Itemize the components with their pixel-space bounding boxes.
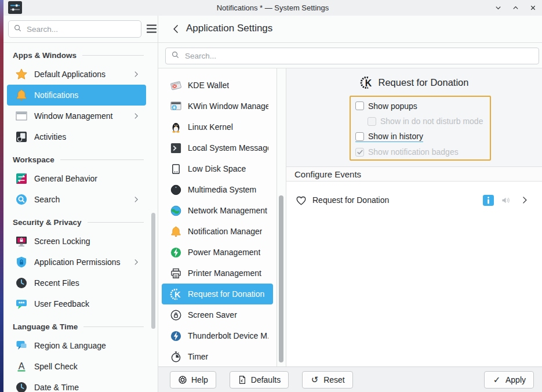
thunderbolt-icon xyxy=(170,330,182,342)
button-label: Defaults xyxy=(251,375,281,384)
app-list-item-label: Low Disk Space xyxy=(188,164,246,173)
sidebar-search[interactable] xyxy=(8,20,141,38)
sidebar-item-label: Default Applications xyxy=(34,70,126,79)
search-icon xyxy=(13,24,22,35)
configure-events-label: Configure Events xyxy=(294,169,361,179)
multimedia-icon xyxy=(170,184,182,196)
sidebar-scrollbar[interactable] xyxy=(151,213,155,329)
system-settings-window: Notifications * — System Settings Applic… xyxy=(0,0,542,392)
app-list-item-thunderbolt-device-m-[interactable]: Thunderbolt Device M... xyxy=(162,325,273,346)
app-list-item-low-disk-space[interactable]: Low Disk Space xyxy=(162,158,273,179)
disk-icon xyxy=(170,163,182,175)
highlighted-options-group: Show popupsShow in do not disturb modeSh… xyxy=(350,96,491,161)
app-list-item-label: Thunderbolt Device M... xyxy=(188,331,268,340)
sidebar-item-label: Date & Time xyxy=(34,383,140,392)
sidebar-item-default-applications[interactable]: Default Applications xyxy=(7,64,146,85)
back-icon[interactable] xyxy=(171,24,181,34)
sidebar-section-header: Language & Time xyxy=(3,318,150,335)
checkbox-row-show-popups: Show popups xyxy=(355,99,490,114)
heart-icon xyxy=(295,194,307,206)
app-list-item-request-for-donation[interactable]: KRequest for Donation xyxy=(162,284,273,304)
app-list-item-power-management[interactable]: Power Management xyxy=(162,242,273,263)
reset-button[interactable]: ↺Reset xyxy=(302,371,353,389)
checkbox xyxy=(355,148,364,157)
speaker-icon[interactable] xyxy=(500,195,511,206)
content-search[interactable] xyxy=(165,48,539,64)
checkbox-label: Show notification badges xyxy=(368,147,459,157)
app-list-item-label: Local System Message ... xyxy=(188,143,268,153)
app-list-item-screen-saver[interactable]: Screen Saver xyxy=(162,304,273,325)
top-toolbar: Application Settings xyxy=(3,16,542,43)
app-list-item-notification-manager[interactable]: Notification Manager xyxy=(162,221,273,242)
activities-icon xyxy=(15,130,28,143)
sidebar-item-user-feedback[interactable]: ***User Feedback xyxy=(7,293,146,314)
reset-icon: ↺ xyxy=(310,375,319,384)
kwin-icon xyxy=(170,100,182,112)
checkbox xyxy=(368,117,376,126)
sidebar-item-spell-check[interactable]: ASpell Check xyxy=(7,356,146,377)
help-button[interactable]: Help xyxy=(170,371,216,389)
sidebar-search-input[interactable] xyxy=(26,24,136,34)
minimize-button[interactable] xyxy=(493,3,503,13)
page-title: Application Settings xyxy=(186,23,272,34)
apply-button[interactable]: ✓Apply xyxy=(484,371,534,389)
defaults-button[interactable]: Defaults xyxy=(230,371,289,389)
app-list-item-linux-kernel[interactable]: Linux Kernel xyxy=(162,117,273,137)
checkbox[interactable] xyxy=(355,132,364,141)
sidebar-item-search[interactable]: Search xyxy=(7,189,146,210)
sidebar-item-date-time[interactable]: Date & Time xyxy=(7,377,146,392)
event-label: Request for Donation xyxy=(312,195,478,205)
section-label: Security & Privacy xyxy=(13,218,82,227)
section-label: Workspace xyxy=(13,155,54,164)
sidebar-item-activities[interactable]: Activities xyxy=(7,126,146,147)
detail-pane: K Request for Donation Show popupsShow i… xyxy=(286,68,542,366)
defaults-icon xyxy=(238,375,247,384)
bell-icon xyxy=(170,226,182,238)
checkbox-row-show-in-history: Show in history xyxy=(355,129,490,145)
sidebar-item-label: Search xyxy=(34,195,126,204)
power-icon xyxy=(170,246,182,259)
svg-text:K: K xyxy=(174,290,181,299)
maximize-button[interactable] xyxy=(511,3,520,13)
sidebar-item-notifications[interactable]: Notifications xyxy=(7,85,146,106)
checkbox-row-show-notification-badges: Show notification badges xyxy=(355,145,490,161)
sidebar-item-general-behavior[interactable]: General Behavior xyxy=(7,168,146,189)
app-list-item-printer-management[interactable]: Printer Management xyxy=(162,263,273,284)
printer-icon xyxy=(170,267,182,280)
sidebar-item-region-language[interactable]: Region & Language xyxy=(7,335,146,356)
checkbox-label: Show in history xyxy=(368,132,423,141)
sidebar-item-window-management[interactable]: Window Management xyxy=(7,106,146,126)
application-list-scrollbar[interactable] xyxy=(279,195,283,362)
sidebar-item-application-permissions[interactable]: Application Permissions xyxy=(7,252,146,273)
chevron-right-icon xyxy=(520,195,529,205)
app-list-item-local-system-message-[interactable]: Local System Message ... xyxy=(162,137,273,158)
chevron-right-icon xyxy=(132,70,140,78)
sidebar: Apps & WindowsDefault ApplicationsNotifi… xyxy=(3,43,150,392)
sidebar-item-label: Activities xyxy=(34,132,140,141)
section-label: Apps & Windows xyxy=(13,51,77,60)
app-list-item-kwin-window-manager[interactable]: KWin Window Manager xyxy=(162,96,273,117)
info-icon[interactable] xyxy=(483,195,494,206)
app-filter-input[interactable] xyxy=(184,51,533,61)
close-button[interactable] xyxy=(528,3,537,13)
app-list-item-multimedia-system[interactable]: Multimedia System xyxy=(162,179,273,200)
window-icon xyxy=(15,110,28,122)
menu-icon[interactable] xyxy=(145,23,158,34)
app-list-item-timer[interactable]: Timer xyxy=(162,346,273,366)
app-list-item-kde-wallet[interactable]: KDE Wallet xyxy=(162,75,273,96)
system-settings-app-icon xyxy=(8,1,22,14)
app-list-item-network-management[interactable]: Network Management xyxy=(162,200,273,221)
titlebar: Notifications * — System Settings xyxy=(3,0,542,16)
sidebar-item-screen-locking[interactable]: Screen Locking xyxy=(7,231,146,252)
bell-icon xyxy=(15,89,28,101)
svg-text:K: K xyxy=(365,78,372,88)
checkbox-label: Show in do not disturb mode xyxy=(380,117,483,126)
event-row[interactable]: Request for Donation xyxy=(286,190,542,210)
button-label: Reset xyxy=(323,375,345,384)
search-blue-icon xyxy=(15,193,28,206)
app-list-item-label: Notification Manager xyxy=(188,227,262,236)
feedback-icon: *** xyxy=(15,297,28,310)
detail-heading: K Request for Donation xyxy=(286,76,542,89)
sidebar-item-recent-files[interactable]: Recent Files xyxy=(7,273,146,293)
checkbox[interactable] xyxy=(355,101,364,110)
